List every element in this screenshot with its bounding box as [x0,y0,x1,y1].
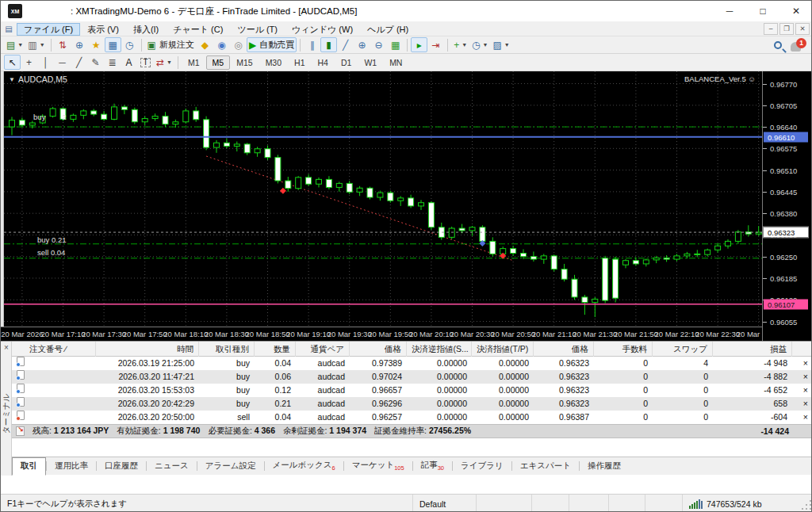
close-position-icon[interactable]: × [792,357,812,370]
child-minimize-button[interactable]: – [764,23,778,35]
column-header[interactable]: 決済逆指値(S... [407,342,472,357]
trade-row[interactable]: 2026.03.19 21:25:00buy0.04audcad0.973890… [12,357,812,370]
new-chart-button[interactable]: ▤▼ [4,37,25,52]
close-position-icon[interactable]: × [792,411,812,424]
terminal-tab-10[interactable]: エキスパート [512,458,579,475]
close-position-icon[interactable]: × [792,397,812,411]
auto-scroll-button[interactable]: ▸ [411,37,427,52]
menu-item-file[interactable]: ファイル (F) [17,23,80,36]
strategy-tester-button[interactable]: ◷ [121,37,138,52]
market-watch-button[interactable]: ⇅ [55,37,71,52]
periods-button[interactable]: ◷▼ [469,37,490,52]
profile-selector[interactable]: Default [412,495,476,512]
timeframe-mn-button[interactable]: MN [383,55,408,70]
zoom-out-button[interactable]: ⊖ [370,37,387,52]
column-header[interactable]: 価格 [534,342,594,357]
new-chart-button-dropdown-arrow[interactable]: ▼ [17,42,23,48]
child-close-button[interactable]: ✕ [795,23,810,35]
templates-button[interactable]: ▨▼ [491,37,512,52]
maximize-button[interactable]: □ [746,1,779,21]
timeframe-w1-button[interactable]: W1 [358,55,383,70]
mql5-community-button[interactable]: ◉ [213,37,230,52]
equidistant-channel-button[interactable]: ✎ [87,55,104,70]
column-header[interactable]: 決済指値(T/P) [472,342,534,357]
close-button[interactable]: ✕ [779,1,812,21]
horizontal-line-button[interactable]: ─ [54,55,71,70]
candlestick-button[interactable]: ▮ [320,37,337,52]
terminal-tab-2[interactable]: 運用比率 [47,458,96,475]
child-window-icon[interactable]: ▤ [1,25,17,33]
profiles-button[interactable]: ▥▼ [25,37,47,52]
column-header[interactable]: スワップ [653,342,713,357]
time-axis[interactable]: 20 Mar 202620 Mar 17:1020 Mar 17:3020 Ma… [1,327,762,341]
column-header[interactable] [12,342,25,357]
zoom-in-button[interactable]: ⊕ [354,37,370,52]
column-header[interactable]: 取引種別 [199,342,255,357]
templates-button-dropdown-arrow[interactable]: ▼ [504,42,510,48]
periods-button-dropdown-arrow[interactable]: ▼ [483,42,488,48]
column-header[interactable]: 数量 [255,342,296,357]
chart-plot[interactable]: buy2buy 0.21sell 0.04▼AUDCAD,M5BALANCEA_… [4,71,762,327]
timeframe-m5-button[interactable]: M5 [206,55,231,70]
terminal-tab-5[interactable]: アラーム設定 [197,458,264,475]
price-scale[interactable]: 0.967700.967050.966400.965750.965100.964… [762,71,812,341]
child-restore-button[interactable]: ❐ [779,23,794,35]
terminal-tab-8[interactable]: 記事30 [413,457,452,475]
alerts-button[interactable]: ◎ [230,37,247,52]
menu-item-window[interactable]: ウィンドウ (W) [285,23,360,36]
one-click-collapse-icon[interactable]: ▼ [9,76,15,83]
indicators-button[interactable]: +▼ [451,37,469,52]
close-position-icon[interactable]: × [792,370,812,384]
arrows-button[interactable]: ⇄▼ [154,55,174,70]
minimize-button[interactable]: ─ [713,1,746,21]
navigator-button[interactable]: ★ [88,37,105,52]
vertical-line-button[interactable]: │ [37,55,54,70]
metaeditor-button[interactable]: ◆ [197,37,213,52]
column-header[interactable]: 注文番号 ∕ [25,342,96,357]
menu-item-view[interactable]: 表示 (V) [80,23,126,36]
bar-chart-button[interactable]: ∥ [304,37,320,52]
menu-item-help[interactable]: ヘルプ (H) [360,23,416,36]
column-header[interactable]: 価格 [350,342,407,357]
trendline-button[interactable]: ╱ [71,55,87,70]
resize-grip[interactable] [802,499,812,510]
chart-shift-button[interactable]: ⇥ [427,37,444,52]
chart-window[interactable]: buy2buy 0.21sell 0.04▼AUDCAD,M5BALANCEA_… [1,71,812,341]
timeframe-d1-button[interactable]: D1 [335,55,358,70]
timeframe-h1-button[interactable]: H1 [288,55,311,70]
column-header[interactable]: 手数料 [594,342,653,357]
timeframe-m30-button[interactable]: M30 [259,55,288,70]
terminal-tab-6[interactable]: メールボックス6 [265,457,343,475]
tile-windows-button[interactable]: ▦ [387,37,404,52]
trade-row[interactable]: 2026.03.20 15:53:03buy0.12audcad0.966570… [12,384,812,397]
timeframe-m15-button[interactable]: M15 [230,55,259,70]
search-button[interactable] [769,37,786,52]
cursor-button[interactable]: ↖ [4,55,21,70]
menu-item-chart[interactable]: チャート (C) [166,23,230,36]
data-window-button[interactable]: ⊕ [71,37,88,52]
trade-row[interactable]: 2026.03.20 11:47:21buy0.06audcad0.970240… [12,370,812,384]
terminal-tab-4[interactable]: ニュース [147,458,197,475]
timeframe-m1-button[interactable]: M1 [182,55,206,70]
terminal-tab-1[interactable]: 取引 [12,457,46,476]
text-button[interactable]: A [121,55,137,70]
menu-item-tools[interactable]: ツール (T) [230,23,285,36]
column-header[interactable] [792,342,812,357]
arrows-button-dropdown-arrow[interactable]: ▼ [167,59,172,65]
autotrade-button[interactable]: ▶自動売買 [247,37,297,52]
profiles-button-dropdown-arrow[interactable]: ▼ [40,42,45,48]
close-position-icon[interactable]: × [792,384,812,397]
trade-row[interactable]: 2026.03.20 20:42:29buy0.21audcad0.962960… [12,397,812,411]
text-label-button[interactable]: T [137,55,154,70]
trade-row[interactable]: 2026.03.20 20:50:00sell0.04audcad0.96257… [12,411,812,424]
indicators-button-dropdown-arrow[interactable]: ▼ [462,42,467,48]
new-order-button[interactable]: ▣新規注文 [145,37,197,52]
line-chart-button[interactable]: ╱ [337,37,354,52]
terminal-close-icon[interactable]: × [2,343,11,353]
column-header[interactable]: 時間 [96,342,199,357]
crosshair-button[interactable]: + [21,55,37,70]
column-header[interactable]: 損益 [713,342,792,357]
terminal-tab-3[interactable]: 口座履歴 [97,458,146,475]
menu-item-insert[interactable]: 挿入(I) [126,23,166,36]
column-header[interactable]: 通貨ペア [296,342,350,357]
